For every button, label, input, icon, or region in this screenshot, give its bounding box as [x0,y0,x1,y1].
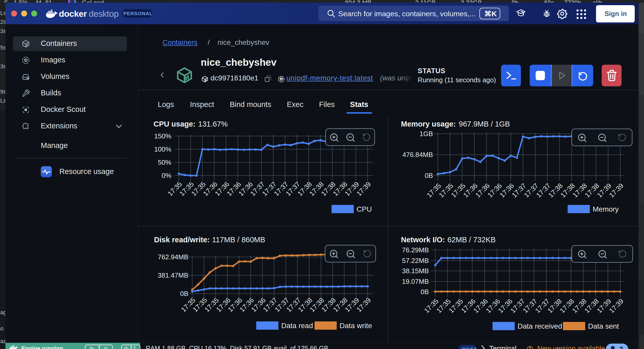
svg-text:0B: 0B [180,290,188,297]
svg-text:17:39: 17:39 [595,297,613,314]
svg-text:Data read: Data read [281,322,313,330]
svg-text:76.29MB: 76.29MB [402,246,429,254]
svg-text:Memory: Memory [593,205,619,213]
svg-text:17:38: 17:38 [558,297,576,314]
svg-text:50%: 50% [158,159,171,166]
svg-text:0%: 0% [162,172,171,179]
svg-text:17:35: 17:35 [423,297,440,314]
svg-text:17:38: 17:38 [571,297,588,314]
svg-text:17:38: 17:38 [546,297,563,314]
svg-text:17:36: 17:36 [472,297,489,314]
svg-text:476.84MB: 476.84MB [402,151,433,159]
svg-text:1GB: 1GB [420,130,433,138]
svg-text:0B: 0B [425,172,433,179]
svg-text:100%: 100% [154,145,172,153]
svg-text:19.07MB: 19.07MB [402,278,429,285]
svg-text:17:38: 17:38 [583,297,600,314]
svg-text:17:36: 17:36 [484,297,502,314]
svg-text:17:37: 17:37 [521,297,538,314]
svg-text:17:37: 17:37 [509,297,526,314]
svg-text:57.22MB: 57.22MB [402,257,429,264]
svg-text:762.94MB: 762.94MB [158,253,188,261]
svg-text:17:37: 17:37 [534,297,551,314]
svg-text:17:39: 17:39 [608,297,625,314]
svg-text:17:36: 17:36 [497,297,514,314]
svg-text:381.47MB: 381.47MB [158,271,188,279]
svg-text:17:35: 17:35 [435,297,452,314]
svg-text:CPU: CPU [357,205,372,213]
svg-text:17:36: 17:36 [460,297,477,314]
svg-text:150%: 150% [154,132,172,140]
svg-text:Data write: Data write [340,322,372,330]
svg-text:17:39: 17:39 [608,182,625,199]
svg-text:38.15MB: 38.15MB [402,267,429,275]
svg-text:17:35: 17:35 [447,297,465,314]
svg-text:0B: 0B [421,288,429,296]
svg-text:Data sent: Data sent [588,322,619,330]
svg-text:Data received: Data received [518,322,562,330]
